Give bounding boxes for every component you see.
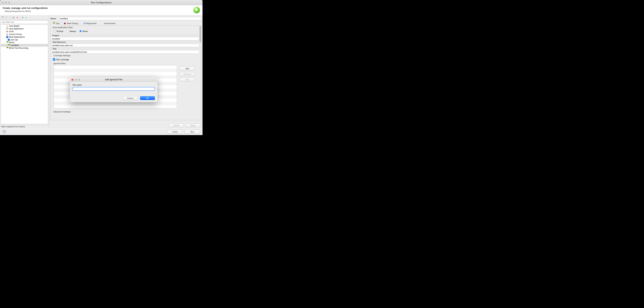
modal-cancel-button[interactable]: Cancel	[123, 96, 138, 100]
modal-file-name-input[interactable]	[72, 87, 155, 91]
modal-overlay: Add Ignored File File name: Cancel OK	[0, 0, 202, 135]
modal-titlebar: Add Ignored File	[70, 77, 158, 82]
add-ignored-file-dialog: Add Ignored File File name: Cancel OK	[70, 77, 158, 102]
modal-ok-button[interactable]: OK	[140, 96, 155, 100]
run-configurations-window: Run Configurations Create, manage, and r…	[0, 0, 202, 135]
modal-file-name-label: File name:	[72, 84, 155, 86]
modal-title: Add Ignored File	[70, 78, 158, 81]
